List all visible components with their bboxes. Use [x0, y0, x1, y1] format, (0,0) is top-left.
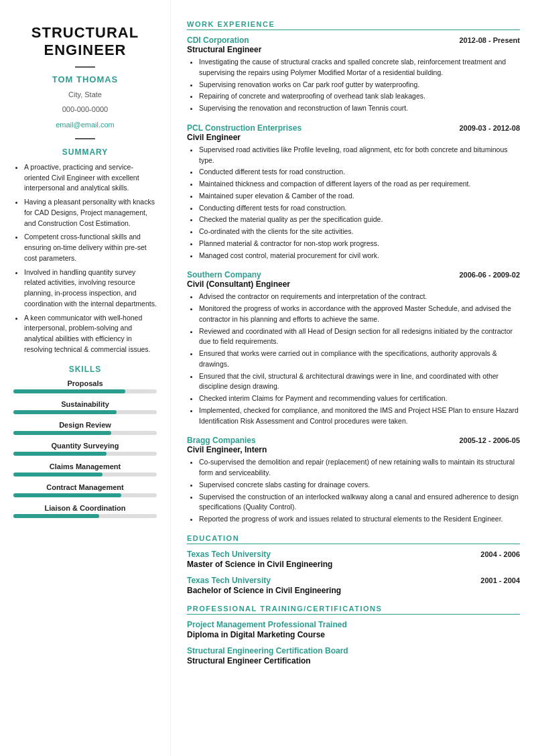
- job-company: Bragg Companies: [187, 436, 256, 445]
- skills-section: Proposals Sustainability Design Review Q…: [13, 379, 157, 518]
- candidate-name: TOM THOMAS: [13, 74, 157, 84]
- bullet-item: Conducting different tests for road cons…: [199, 203, 520, 214]
- skill-bar-fill: [13, 431, 111, 435]
- certifications-title: PROFESSIONAL TRAINING/CERTIFICATIONS: [187, 605, 520, 615]
- work-experience-title: WORK EXPERIENCE: [187, 20, 520, 30]
- job-bullets: Investigating the cause of structural cr…: [187, 57, 520, 114]
- edu-block: Texas Tech University 2001 - 2004 Bachel…: [187, 576, 520, 595]
- edu-dates: 2001 - 2004: [480, 576, 520, 584]
- bullet-item: Implemented, checked for compliance, and…: [199, 405, 520, 427]
- contact-email: email@email.com: [13, 119, 157, 131]
- bullet-item: Checked interim Claims for Payment and r…: [199, 393, 520, 404]
- skill-name: Design Review: [13, 421, 157, 429]
- education-container: Texas Tech University 2004 - 2006 Master…: [187, 550, 520, 595]
- cert-name: Diploma in Digital Marketing Course: [187, 630, 520, 639]
- certifications-container: Project Management Professional Trained …: [187, 620, 520, 666]
- bullet-item: Ensured that works were carried out in c…: [199, 349, 520, 370]
- cert-org: Structural Engineering Certification Boa…: [187, 646, 520, 655]
- bullet-item: Supervised concrete slabs casting for dr…: [199, 480, 520, 491]
- job-block: Southern Company 2006-06 - 2009-02 Civil…: [187, 270, 520, 426]
- contact-location: City, State: [13, 88, 157, 101]
- summary-item: Involved in handling quantity survey rel…: [24, 267, 157, 310]
- skills-title: SKILLS: [13, 365, 157, 374]
- job-bullets: Supervised road activities like Profile …: [187, 145, 520, 261]
- job-dates: 2005-12 - 2006-05: [459, 436, 520, 444]
- job-company: Southern Company: [187, 270, 261, 279]
- skill-bar-bg: [13, 389, 157, 393]
- skill-bar-bg: [13, 452, 157, 456]
- bullet-item: Monitored the progress of works in accor…: [199, 304, 520, 325]
- job-block: Bragg Companies 2005-12 - 2006-05 Civil …: [187, 436, 520, 525]
- job-header: PCL Construction Enterprises 2009-03 - 2…: [187, 123, 520, 133]
- edu-header: Texas Tech University 2004 - 2006: [187, 550, 520, 559]
- edu-header: Texas Tech University 2001 - 2004: [187, 576, 520, 585]
- job-bullets: Advised the contractor on requirements a…: [187, 292, 520, 426]
- skill-bar-fill: [13, 410, 117, 414]
- bullet-item: Ensured that the civil, structural & arc…: [199, 371, 520, 393]
- summary-item: A proactive, practicing and service-orie…: [24, 162, 157, 194]
- skill-item: Claims Management: [13, 462, 157, 477]
- edu-school: Texas Tech University: [187, 550, 271, 559]
- skill-bar-fill: [13, 389, 125, 393]
- job-title: STRUCTURALENGINEER: [13, 24, 157, 60]
- job-header: CDI Corporation 2012-08 - Present: [187, 36, 520, 45]
- cert-block: Project Management Professional Trained …: [187, 620, 520, 639]
- bullet-item: Supervised road activities like Profile …: [199, 145, 520, 166]
- bullet-item: Supervised the construction of an interl…: [199, 492, 520, 513]
- edu-degree: Bachelor of Science in Civil Engineering: [187, 586, 520, 595]
- skill-bar-bg: [13, 514, 157, 518]
- bullet-item: Reported the progress of work and issues…: [199, 514, 520, 525]
- bullet-item: Reviewed and coordinated with all Head o…: [199, 326, 520, 348]
- job-title-text: Structural Engineer: [187, 45, 520, 54]
- summary-item: Competent cross-functional skills and en…: [24, 232, 157, 263]
- job-title-text: Civil Engineer, Intern: [187, 445, 520, 454]
- divider-1: [75, 66, 95, 68]
- edu-block: Texas Tech University 2004 - 2006 Master…: [187, 550, 520, 569]
- resume-page: STRUCTURALENGINEER TOM THOMAS City, Stat…: [0, 0, 536, 756]
- bullet-item: Maintained thickness and compaction of d…: [199, 179, 520, 190]
- skill-bar-fill: [13, 452, 107, 456]
- contact-phone: 000-000-0000: [13, 103, 157, 116]
- education-title: EDUCATION: [187, 534, 520, 544]
- summary-item: Having a pleasant personality with knack…: [24, 197, 157, 229]
- skill-item: Design Review: [13, 421, 157, 435]
- skill-bar-bg: [13, 472, 157, 477]
- job-block: PCL Construction Enterprises 2009-03 - 2…: [187, 123, 520, 261]
- job-company: CDI Corporation: [187, 36, 249, 45]
- job-block: CDI Corporation 2012-08 - Present Struct…: [187, 36, 520, 114]
- job-header: Southern Company 2006-06 - 2009-02: [187, 270, 520, 279]
- job-dates: 2009-03 - 2012-08: [459, 124, 520, 132]
- divider-2: [75, 138, 95, 139]
- cert-block: Structural Engineering Certification Boa…: [187, 646, 520, 666]
- bullet-item: Co-supervised the demolition and repair …: [199, 457, 520, 479]
- bullet-item: Repairing of concrete and waterproofing …: [199, 91, 520, 102]
- bullet-item: Checked the material quality as per the …: [199, 214, 520, 225]
- bullet-item: Supervising renovation works on Car park…: [199, 80, 520, 90]
- bullet-item: Planned material & contractor for non-st…: [199, 239, 520, 249]
- summary-list: A proactive, practicing and service-orie…: [13, 162, 157, 355]
- bullet-item: Supervising the renovation and reconstru…: [199, 103, 520, 114]
- main-content: WORK EXPERIENCE CDI Corporation 2012-08 …: [171, 0, 536, 756]
- jobs-container: CDI Corporation 2012-08 - Present Struct…: [187, 36, 520, 525]
- job-bullets: Co-supervised the demolition and repair …: [187, 457, 520, 525]
- cert-org: Project Management Professional Trained: [187, 620, 520, 629]
- sidebar: STRUCTURALENGINEER TOM THOMAS City, Stat…: [0, 0, 171, 756]
- skill-name: Sustainability: [13, 400, 157, 408]
- job-title-text: Civil Engineer: [187, 133, 520, 142]
- cert-name: Structural Engineer Certification: [187, 656, 520, 666]
- skill-bar-fill: [13, 472, 103, 477]
- edu-school: Texas Tech University: [187, 576, 271, 585]
- job-dates: 2012-08 - Present: [460, 36, 521, 44]
- skill-name: Contract Management: [13, 483, 157, 491]
- bullet-item: Maintained super elevation & Camber of t…: [199, 191, 520, 202]
- job-title-text: Civil (Consultant) Engineer: [187, 279, 520, 289]
- skill-name: Claims Management: [13, 462, 157, 470]
- job-dates: 2006-06 - 2009-02: [459, 271, 520, 279]
- job-company: PCL Construction Enterprises: [187, 123, 302, 133]
- summary-item: A keen communicator with well-honed inte…: [24, 313, 157, 355]
- skill-bar-bg: [13, 431, 157, 435]
- bullet-item: Managed cost control, material procureme…: [199, 251, 520, 261]
- skill-item: Liaison & Coordination: [13, 504, 157, 518]
- bullet-item: Advised the contractor on requirements a…: [199, 292, 520, 302]
- skill-item: Quantity Surveying: [13, 442, 157, 456]
